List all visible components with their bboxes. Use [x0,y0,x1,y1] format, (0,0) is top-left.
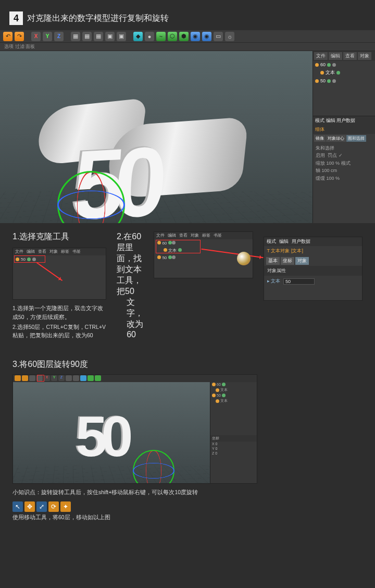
tool-icon[interactable]: ▦ [82,32,92,41]
section-title: 1.选择克隆工具 [12,231,106,242]
tool-icon[interactable] [66,375,72,381]
vis-icon[interactable] [327,79,331,83]
attr-tab[interactable]: 坐标 [281,257,294,265]
tab[interactable]: 对象 [358,52,371,60]
tab[interactable]: 编辑 [329,52,342,60]
tree-item[interactable]: 60 [313,61,375,68]
move-tool-icon[interactable]: ✥ [24,501,35,512]
caption: 1.选择第一个克隆图层，双击文字改成50，方便后续观察。 [12,304,106,322]
attr-tab[interactable]: 基本 [266,257,280,265]
gizmo-ring-z[interactable] [57,191,125,219]
tree-item[interactable]: 60 [210,382,257,387]
section-title: 3.将60图层旋转90度 [12,359,375,370]
rotation-gizmo[interactable] [57,171,125,223]
tip-text: 小知识点：旋转旋转工具后，按住shift+移动鼠标右键，可以每次10度旋转 [12,489,362,496]
tool-icon-row: ↖ ✥ ⤢ ⟳ ✦ [12,501,362,512]
generator-icon[interactable] [95,375,101,381]
tree-item[interactable]: 文本 [210,398,257,404]
material-sphere-icon [237,252,251,265]
tree-item[interactable]: 文本 [313,68,375,77]
text-field-row: ▸ 文本 [264,276,362,287]
attr-tab[interactable]: 对象 [295,257,309,265]
render-settings-icon[interactable]: ▣ [117,32,126,41]
grid-floor [0,191,312,223]
primitive-icon[interactable] [80,375,86,381]
render-icon[interactable]: ▣ [105,32,115,41]
tool-icon[interactable]: ✦ [60,501,71,512]
generator-icon[interactable] [88,375,94,381]
viewport-menubar: 选项 过滤 面板 [0,43,375,51]
rotation-gizmo[interactable] [133,450,174,483]
step-title: 对克隆出来的数字模型进行复制和旋转 [27,13,169,24]
text-icon [320,71,324,75]
tool-icon[interactable] [22,375,28,381]
3d-viewport[interactable]: 50 [0,51,312,223]
tool-icon[interactable]: ● [145,32,154,41]
axis-x-button[interactable]: X [31,32,41,41]
object-icon[interactable]: ◉ [202,32,211,41]
deformer-icon[interactable]: ⬢ [179,32,189,41]
tool-icon[interactable] [29,375,35,381]
undo-icon[interactable]: ↶ [3,32,12,41]
axis-z-button[interactable]: Z [58,375,65,381]
axis-x-button[interactable]: X [44,375,50,381]
gizmo-ring-z[interactable] [133,463,174,479]
vis-icon[interactable] [332,79,336,83]
3d-viewport[interactable]: 50 [13,382,210,483]
axis-z-button[interactable]: Z [54,32,64,41]
light-icon[interactable]: ☼ [225,32,234,41]
vis-icon[interactable] [327,63,331,67]
mini-toolbar: X Y Z [13,375,257,382]
highlight-box [14,255,45,263]
section-1: 1.选择克隆工具 文件编辑查看对象标签书签 50 1.选择第一个克隆图层，双击文… [12,231,106,340]
app-toolbar: ↶ ↷ X Y Z ▦ ▦ ▦ ▣ ▣ ◆ ● ~ ⬡ ⬢ ◉ ◉ ▭ ☼ [0,30,375,43]
attribute-panel: 模式 编辑 用户数据 细体 镜像 对象绿心 图和选择 朱和选择 启用 罚点 ✓ … [313,116,375,183]
tree-item[interactable]: 50 [210,393,257,398]
object-name: T 文本对象 [文本] [264,246,362,256]
field-label: ▸ 文本 [267,278,281,285]
axis-y-button[interactable]: Y [51,375,57,381]
axis-y-button[interactable]: Y [43,32,52,41]
footer-text: 使用移动工具，将60层，移动如以上图 [12,514,362,521]
model-text-50: 50 [76,403,127,469]
select-tool-icon[interactable]: ↖ [12,501,23,512]
mini-side-panel: 60 文本 50 文本 坐标 X 0Y 0Z 0 [210,382,257,483]
attr-body: 朱和选择 启用 罚点 ✓ 缩放 100 % 模式 轴 100 cm 缓缓 100… [313,143,375,183]
vis-icon[interactable] [336,71,340,75]
section-title: 2.在60层里面，找到文本工具，把50文字，改为60 [117,231,143,339]
clone-icon [315,63,319,67]
attr-tab[interactable]: 镜像 [314,135,326,142]
caption: 2.选择50层，CTRL+C复制，CTRL+V粘贴，把复制出来的层，改为60 [12,323,106,340]
redo-icon[interactable]: ↷ [15,32,24,41]
step-header: 4 对克隆出来的数字模型进行复制和旋转 [0,0,375,30]
tool-icon[interactable]: ▦ [94,32,103,41]
tab[interactable]: 查看 [343,52,357,60]
tool-icon[interactable] [15,375,21,381]
mini-object-manager: 文件编辑查看对象标签书签 50 [12,248,106,300]
step-number-badge: 4 [9,11,23,25]
vis-icon[interactable] [332,63,336,67]
generator-icon[interactable]: ⬡ [168,32,177,41]
tool-icon[interactable]: ▦ [71,32,80,41]
app-screenshot-step3: X Y Z 50 60 文本 50 文本 坐标 X 0Y 0Z 0 [12,374,257,484]
tree-item[interactable]: 50 [313,77,375,84]
attr-tab[interactable]: 对象绿心 [326,135,346,142]
attr-tab[interactable]: 图和选择 [346,135,366,142]
clone-icon [315,79,319,83]
rotate-tool-icon[interactable]: ⟳ [48,501,59,512]
object-manager-panel: 文件 编辑 查看 对象 60 文本 50 模式 编辑 用户数据 细体 镜像 对象… [312,51,375,223]
mini-object-manager: 文件编辑查看对象标签书签 60 文本 50 [154,231,253,278]
tool-icon[interactable] [73,375,79,381]
object-icon[interactable]: ◉ [191,32,200,41]
scale-tool-icon[interactable]: ⤢ [36,501,47,512]
tree-item[interactable]: 文本 [210,387,257,393]
text-input[interactable] [283,278,315,285]
annotation-arrow [36,262,63,281]
camera-icon[interactable]: ▭ [214,32,223,41]
spline-icon[interactable]: ~ [156,32,166,41]
primitive-cube-icon[interactable]: ◆ [133,32,143,41]
section-label: 对象属性 [264,266,362,276]
highlight-box [37,375,44,382]
tab[interactable]: 文件 [314,52,328,60]
panel-tabs: 文件 编辑 查看 对象 [313,51,375,61]
